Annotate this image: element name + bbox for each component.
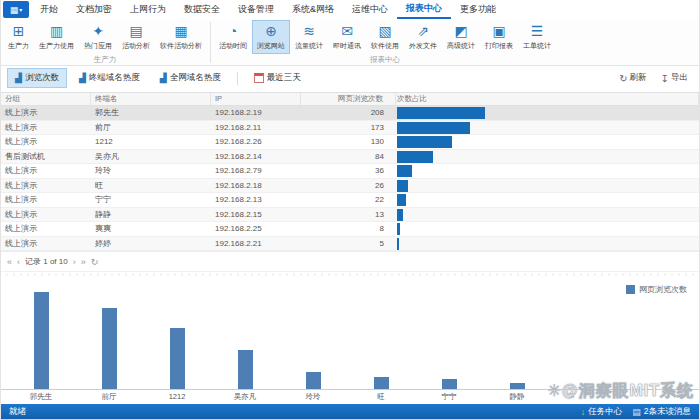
- next-page-icon[interactable]: ›: [73, 257, 76, 267]
- cell-ratio: [396, 179, 699, 193]
- menu-tab[interactable]: 更多功能: [451, 0, 505, 19]
- browse-count-chart: 网页浏览次数 郭先生前厅1212吴亦凡玲玲旺宁宁静静: [1, 277, 699, 404]
- column-header[interactable]: 次数占比: [396, 93, 699, 105]
- ribbon-button[interactable]: ▥ 生产力使用: [34, 20, 79, 54]
- cell-ip: 192.168.2.25: [211, 222, 301, 236]
- menu-tab[interactable]: 设备管理: [229, 0, 283, 19]
- menu-tab[interactable]: 系统&网络: [283, 0, 343, 19]
- outgoing-file-icon: ⇗: [417, 23, 429, 40]
- app-menu-button[interactable]: ▦ ▾: [3, 1, 29, 18]
- column-header[interactable]: 分组: [1, 93, 91, 105]
- ribbon-button[interactable]: ⊞ 生产力: [3, 20, 34, 54]
- table-row[interactable]: 线上演示 玲玲 192.168.2.79 36: [1, 164, 699, 179]
- browse-count-table: 分组终端名IP网页浏览次数次数占比 线上演示 郭先生 192.168.2.19 …: [1, 92, 699, 251]
- cell-group: 线上演示: [1, 237, 91, 251]
- chart-bar-slot: [75, 308, 143, 389]
- table-row[interactable]: 线上演示 1212 192.168.2.26 130: [1, 135, 699, 150]
- ribbon-button[interactable]: ▧ 软件使用: [366, 20, 404, 54]
- date-range-button[interactable]: 最近三天: [246, 68, 309, 88]
- work-order-icon: ☰: [531, 23, 544, 40]
- ribbon-group-label: 报表中心: [214, 54, 556, 65]
- ribbon-button[interactable]: ☰ 工单统计: [518, 20, 556, 54]
- table-row[interactable]: 线上演示 旺 192.168.2.18 26: [1, 179, 699, 194]
- task-center-button[interactable]: ↓ 任务中心: [581, 406, 623, 418]
- ribbon-button[interactable]: ⇗ 外发文件: [404, 20, 442, 54]
- chart-bar-slot: [211, 350, 279, 389]
- view-tab-button[interactable]: ▟ 浏览次数: [7, 68, 67, 88]
- table-row[interactable]: 售后测试机 吴亦凡 192.168.2.14 84: [1, 150, 699, 165]
- ribbon-group: ⊞ 生产力 ▥ 生产力使用 ✦ 热门应用 ▤ 活动分析 ▦ 软件活动分析 生产力: [3, 20, 207, 65]
- menu-tab[interactable]: 报表中心: [397, 0, 451, 19]
- view-tab-button[interactable]: ▟ 全网域名热度: [152, 68, 229, 88]
- prev-page-icon[interactable]: ‹: [17, 257, 20, 267]
- traffic-stats-icon: ≋: [303, 23, 315, 40]
- last-page-icon[interactable]: »: [81, 257, 86, 267]
- menu-tab[interactable]: 开始: [31, 0, 67, 19]
- ribbon-button[interactable]: ◩ 高级统计: [442, 20, 480, 54]
- ribbon-button[interactable]: ▦ 软件活动分析: [155, 20, 207, 54]
- cell-count: 5: [301, 237, 396, 251]
- ribbon-button[interactable]: ≋ 流量统计: [290, 20, 328, 54]
- ribbon-button-label: 流量统计: [295, 41, 323, 51]
- table-row[interactable]: 线上演示 宁宁 192.168.2.13 22: [1, 193, 699, 208]
- cell-terminal-name: 爽爽: [91, 222, 211, 236]
- menu-tab[interactable]: 运维中心: [343, 0, 397, 19]
- ribbon-button[interactable]: ◔ 活动时间: [214, 20, 252, 54]
- cell-count: 22: [301, 193, 396, 207]
- cell-count: 36: [301, 164, 396, 178]
- reload-icon[interactable]: ↻: [91, 257, 99, 267]
- ribbon-button[interactable]: ✦ 热门应用: [79, 20, 117, 54]
- view-toolbar: ▟ 浏览次数 ▟ 终端域名热度 ▟ 全网域名热度 最近三天 ↻ 刷新 ↧ 导出: [1, 66, 699, 90]
- activity-analysis-icon: ▤: [129, 23, 142, 40]
- cell-ratio: [396, 121, 699, 135]
- table-row[interactable]: 线上演示 爽爽 192.168.2.25 8: [1, 222, 699, 237]
- ribbon-group: ◔ 活动时间 ⊕ 浏览网站 ≋ 流量统计 ✉ 即时通讯 ▧ 软件使用 ⇗ 外发文…: [214, 20, 556, 65]
- ribbon-button[interactable]: ▤ 活动分析: [117, 20, 155, 54]
- menu-tab[interactable]: 文档加密: [67, 0, 121, 19]
- table-row[interactable]: 线上演示 郭先生 192.168.2.19 208: [1, 106, 699, 121]
- table-row[interactable]: 线上演示 婷婷 192.168.2.21 5: [1, 237, 699, 252]
- column-header[interactable]: IP: [211, 93, 301, 105]
- table-row[interactable]: 线上演示 静静 192.168.2.15 13: [1, 208, 699, 223]
- cell-group: 线上演示: [1, 222, 91, 236]
- ribbon-button[interactable]: ▣ 打印报表: [480, 20, 518, 54]
- first-page-icon[interactable]: «: [7, 257, 12, 267]
- cell-group: 线上演示: [1, 135, 91, 149]
- cell-ratio: [396, 208, 699, 222]
- ribbon-button[interactable]: ⊕ 浏览网站: [252, 20, 290, 54]
- chart-bar: [170, 328, 185, 389]
- chart-x-label: 郭先生: [7, 390, 75, 404]
- cell-terminal-name: 婷婷: [91, 237, 211, 251]
- column-header[interactable]: 终端名: [91, 93, 211, 105]
- software-activity-analysis-icon: ▦: [174, 23, 187, 40]
- chart-bar-slot: [347, 377, 415, 389]
- cell-ip: 192.168.2.79: [211, 164, 301, 178]
- chart-x-label: 宁宁: [415, 390, 483, 404]
- refresh-icon: ↻: [619, 73, 627, 84]
- menu-bar: ▦ ▾ 开始文档加密上网行为数据安全设备管理系统&网络运维中心报表中心更多功能: [1, 0, 699, 19]
- chart-bar: [102, 308, 117, 389]
- chart-plot-area: [1, 279, 699, 390]
- column-header[interactable]: 网页浏览次数: [301, 93, 396, 105]
- menu-tab[interactable]: 数据安全: [175, 0, 229, 19]
- ribbon-button-label: 即时通讯: [333, 41, 361, 51]
- view-tab-button[interactable]: ▟ 终端域名热度: [71, 68, 148, 88]
- unread-messages-button[interactable]: ▤ 2条未读消息: [632, 406, 691, 418]
- cell-count: 13: [301, 208, 396, 222]
- menu-tab[interactable]: 上网行为: [121, 0, 175, 19]
- clock-icon: ◔: [229, 23, 237, 40]
- ribbon-button-label: 打印报表: [485, 41, 513, 51]
- mini-chart-icon: ▟: [160, 73, 167, 83]
- cell-ip: 192.168.2.21: [211, 237, 301, 251]
- view-tab-label: 全网域名热度: [170, 72, 221, 84]
- view-tab-label: 终端域名热度: [89, 72, 140, 84]
- export-button[interactable]: ↧ 导出: [656, 70, 693, 86]
- cell-ip: 192.168.2.14: [211, 150, 301, 164]
- ribbon-button[interactable]: ✉ 即时通讯: [328, 20, 366, 54]
- table-row[interactable]: 线上演示 前厅 192.168.2.11 173: [1, 121, 699, 136]
- cell-group: 线上演示: [1, 179, 91, 193]
- ribbon-button-label: 活动时间: [219, 41, 247, 51]
- refresh-button[interactable]: ↻ 刷新: [614, 70, 651, 86]
- ratio-bar: [397, 223, 400, 235]
- cell-ip: 192.168.2.15: [211, 208, 301, 222]
